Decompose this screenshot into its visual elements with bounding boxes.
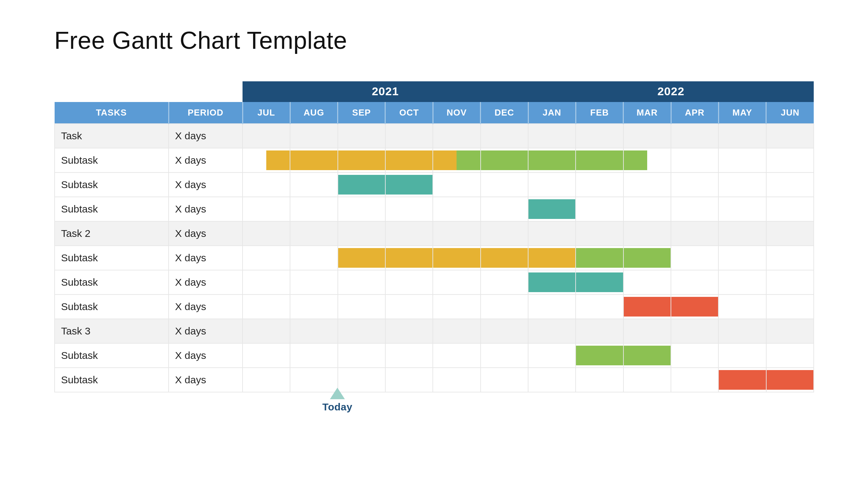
gantt-cell [766,148,814,172]
subtask-name: Subtask [55,148,169,172]
gantt-cell [766,368,814,392]
table-row: SubtaskX days [55,270,814,294]
gantt-cell [481,124,528,148]
gantt-cell [576,124,623,148]
gantt-cell [718,270,766,294]
gantt-cell [671,148,718,172]
today-marker: Today [322,392,352,413]
gantt-cell [766,343,814,368]
gantt-bar [576,346,623,365]
gantt-cell [338,319,385,343]
year-header: 2021 [243,81,528,102]
gantt-cell [338,172,385,197]
table-row: SubtaskX days [55,148,814,172]
gantt-cell [481,343,528,368]
gantt-cell [243,294,290,319]
gantt-cell [481,148,528,172]
gantt-bar [338,150,385,170]
today-label: Today [322,401,352,413]
period-value: X days [169,270,243,294]
gantt-cell [766,221,814,246]
gantt-cell [671,294,718,319]
gantt-cell [243,368,290,392]
gantt-cell [623,270,671,294]
gantt-bar [528,272,575,292]
gantt-cell [385,172,433,197]
gantt-cell [243,197,290,221]
month-header: JAN [528,102,576,124]
gantt-cell [290,246,337,270]
gantt-cell [433,172,480,197]
gantt-cell [338,246,385,270]
gantt-cell [528,368,576,392]
period-value: X days [169,319,243,343]
subtask-name: Subtask [55,172,169,197]
gantt-cell [338,294,385,319]
gantt-cell [385,270,433,294]
gantt-cell [718,294,766,319]
gantt-cell [433,270,480,294]
gantt-cell [243,319,290,343]
gantt-cell [623,221,671,246]
gantt-cell [528,124,576,148]
period-value: X days [169,343,243,368]
period-value: X days [169,197,243,221]
gantt-bar [433,150,457,170]
gantt-cell [433,368,480,392]
gantt-cell [243,221,290,246]
gantt-bar [457,150,480,170]
month-header: FEB [576,102,623,124]
subtask-name: Subtask [55,270,169,294]
gantt-cell [290,270,337,294]
gantt-cell [385,246,433,270]
gantt-cell [718,368,766,392]
gantt-cell [623,368,671,392]
gantt-cell [718,246,766,270]
gantt-bar [624,150,647,170]
month-header: JUN [766,102,814,124]
task-name: Task 2 [55,221,169,246]
gantt-cell [385,221,433,246]
gantt-bar [624,297,671,317]
gantt-cell [623,124,671,148]
gantt-cell [718,172,766,197]
gantt-cell [766,270,814,294]
gantt-cell [576,368,623,392]
gantt-cell [338,124,385,148]
table-row: SubtaskX days [55,343,814,368]
table-row: SubtaskX days [55,246,814,270]
gantt-cell [338,148,385,172]
gantt-bar [481,150,528,170]
gantt-cell [623,172,671,197]
gantt-bar [624,346,671,365]
period-value: X days [169,148,243,172]
gantt-cell [576,246,623,270]
gantt-cell [433,294,480,319]
gantt-cell [433,343,480,368]
gantt-cell [243,148,290,172]
gantt-cell [433,124,480,148]
gantt-bar [528,150,575,170]
gantt-cell [290,124,337,148]
period-value: X days [169,368,243,392]
gantt-cell [433,148,480,172]
period-value: X days [169,124,243,148]
gantt-bar [719,370,766,390]
gantt-cell [576,319,623,343]
gantt-cell [338,221,385,246]
gantt-cell [481,221,528,246]
gantt-cell [481,294,528,319]
period-value: X days [169,246,243,270]
gantt-cell [718,343,766,368]
gantt-cell [433,319,480,343]
gantt-cell [338,343,385,368]
gantt-cell [290,148,337,172]
gantt-cell [290,294,337,319]
subtask-name: Subtask [55,197,169,221]
gantt-cell [671,221,718,246]
gantt-cell [481,197,528,221]
gantt-cell [576,343,623,368]
gantt-cell [576,197,623,221]
gantt-cell [718,148,766,172]
gantt-cell [528,343,576,368]
